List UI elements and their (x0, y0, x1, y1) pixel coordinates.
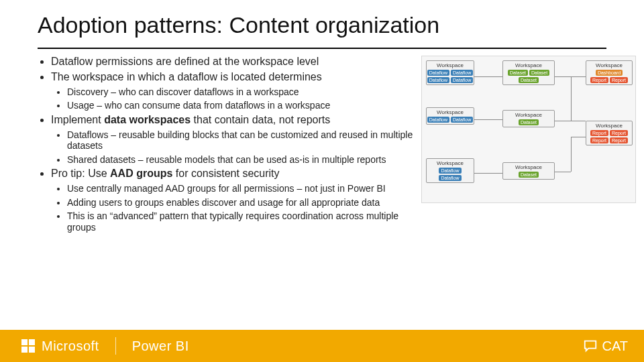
b3-post: that contain data, not reports (191, 114, 330, 125)
ws-label: Workspace (504, 112, 553, 118)
bullet-2b: Usage – who can consume data from datafl… (67, 100, 413, 111)
dataflow-cell: Dataflow (427, 70, 449, 76)
microsoft-logo-icon (21, 339, 35, 353)
report-cell: Report (590, 77, 608, 83)
ws-label: Workspace (428, 160, 472, 166)
bullet-3: Implement data workspaces that contain d… (51, 114, 413, 127)
dataflow-cell: Dataflow (439, 168, 461, 174)
architecture-diagram: Workspace DataflowDataflow DataflowDataf… (421, 56, 636, 203)
bullet-1: Dataflow permissions are defined at the … (51, 56, 413, 68)
ws-label: Workspace (588, 62, 631, 68)
b4-bold: AAD groups (110, 168, 172, 179)
dataflow-cell: Dataflow (427, 77, 449, 83)
footer-divider (115, 337, 116, 355)
bullet-3b: Shared datasets – reusable models that c… (67, 154, 413, 166)
report-cell: Report (590, 130, 608, 136)
slide-title: Adoption patterns: Content organization (38, 12, 644, 38)
report-cell: Report (610, 130, 628, 136)
b3-pre: Implement (51, 114, 104, 125)
dataset-cell: Dataset (508, 70, 528, 76)
diagram-column: Workspace DataflowDataflow DataflowDataf… (413, 56, 637, 235)
chat-icon (583, 339, 598, 353)
b3-bold: data workspaces (104, 114, 191, 125)
microsoft-label: Microsoft (42, 339, 99, 354)
ws-label: Workspace (588, 123, 631, 129)
dataflow-cell: Dataflow (427, 117, 449, 123)
bullet-3a: Dataflows – reusable building blocks tha… (67, 129, 413, 152)
dataset-cell: Dataset (519, 77, 539, 83)
dashboard-cell: Dashboard (596, 70, 623, 76)
footer-left: Microsoft Power BI (0, 337, 189, 355)
ws-label: Workspace (504, 164, 553, 170)
ws-label: Workspace (428, 109, 472, 115)
dataset-cell: Dataset (529, 70, 549, 76)
bullet-2: The workspace in which a dataflow is loc… (51, 71, 413, 84)
cat-label: CAT (602, 339, 628, 354)
ws-label: Workspace (428, 62, 472, 68)
bullet-4c: This is an “advanced” pattern that typic… (67, 210, 413, 233)
ws-label: Workspace (504, 62, 553, 68)
report-cell: Report (610, 77, 628, 83)
bullet-4a: Use centrally managed AAD groups for all… (67, 183, 413, 194)
dataflow-cell: Dataflow (439, 175, 461, 181)
dataflow-cell: Dataflow (451, 117, 473, 123)
report-cell: Report (610, 137, 628, 143)
report-cell: Report (590, 137, 608, 143)
bullet-4b: Adding users to groups enables discover … (67, 197, 413, 208)
bullet-2a: Discovery – who can discover dataflows i… (67, 86, 413, 98)
footer-bar: Microsoft Power BI CAT (0, 330, 644, 362)
footer-right: CAT (583, 339, 644, 354)
content-area: Dataflow permissions are defined at the … (0, 49, 644, 235)
bullet-4: Pro tip: Use AAD groups for consistent s… (51, 168, 413, 180)
dataflow-cell: Dataflow (451, 70, 473, 76)
bullet-text: Dataflow permissions are defined at the … (38, 56, 413, 235)
powerbi-label: Power BI (132, 339, 189, 354)
dataset-cell: Dataset (519, 172, 539, 178)
dataset-cell: Dataset (519, 119, 539, 125)
dataflow-cell: Dataflow (451, 77, 473, 83)
b4-post: for consistent security (172, 168, 279, 179)
b4-pre: Pro tip: Use (51, 168, 110, 179)
